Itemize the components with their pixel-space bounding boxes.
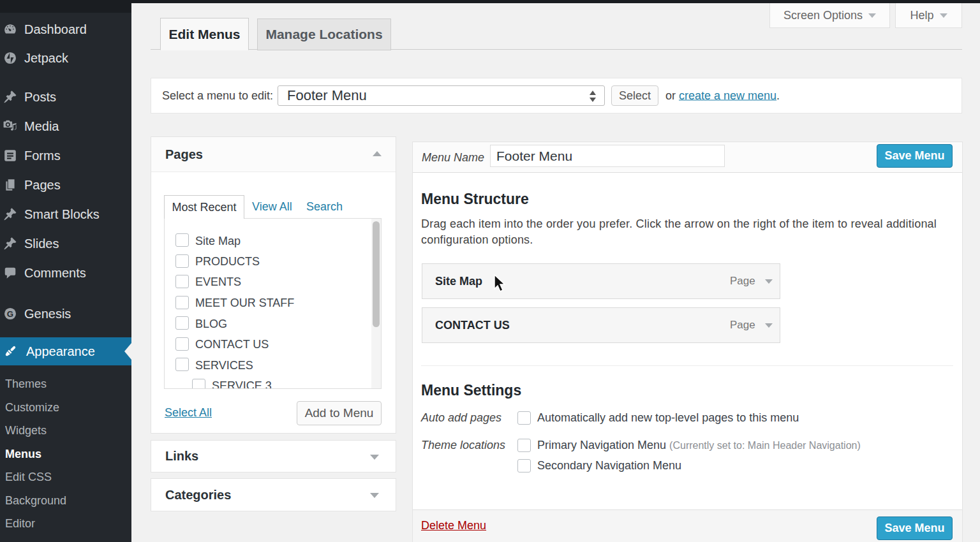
svg-text:G: G [7, 309, 13, 319]
